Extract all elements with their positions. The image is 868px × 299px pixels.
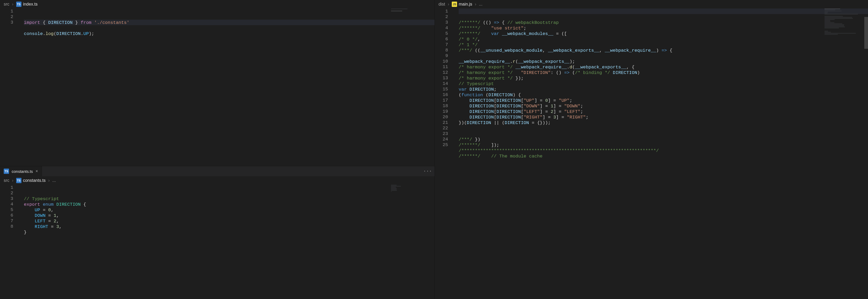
- code-token: {: [499, 20, 507, 25]
- close-icon[interactable]: ×: [35, 169, 38, 174]
- line-number: 17: [435, 98, 448, 103]
- code-line[interactable]: [459, 131, 868, 137]
- code-token: [: [521, 104, 524, 109]
- code-token: './constants': [94, 20, 129, 25]
- code-line[interactable]: DIRECTION[DIRECTION["RIGHT"] = 3] = "RIG…: [459, 114, 868, 120]
- editor-pane-constants-ts: TS constants.ts × ··· src › TS constants…: [0, 166, 435, 299]
- code-token: , {: [626, 65, 635, 70]
- code-token: [: [494, 115, 497, 120]
- line-number: 10: [435, 59, 448, 64]
- chevron-right-icon: ›: [475, 2, 476, 7]
- code-editor[interactable]: 1234567891011121314151617181920212223242…: [435, 8, 868, 299]
- code-line[interactable]: /***/ }): [459, 137, 868, 142]
- line-number: 16: [435, 92, 448, 98]
- code-token: [513, 65, 516, 70]
- code-line[interactable]: /******/ ]);: [459, 142, 868, 148]
- breadcrumb-folder[interactable]: src: [4, 178, 9, 183]
- line-number: 3: [0, 196, 13, 201]
- code-line[interactable]: DIRECTION[DIRECTION["DOWN"] = 1] = "DOWN…: [459, 103, 868, 109]
- code-token: __webpack_require__: [459, 59, 510, 64]
- code-token: =: [48, 224, 57, 229]
- breadcrumb[interactable]: src › TS constants.ts › ...: [0, 176, 435, 185]
- code-line[interactable]: /***/ ((__unused_webpack_module, __webpa…: [459, 48, 868, 53]
- code-token: ((: [472, 48, 480, 53]
- code-line[interactable]: [24, 235, 435, 241]
- code-line[interactable]: DOWN = 1,: [24, 213, 435, 219]
- code-line[interactable]: }: [24, 230, 435, 235]
- breadcrumb[interactable]: src › TS index.ts: [0, 0, 435, 8]
- code-token: DIRECTION: [469, 87, 494, 92]
- code-line[interactable]: import { DIRECTION } from './constants': [24, 20, 435, 26]
- code-token: DIRECTION: [613, 70, 637, 75]
- code-token: [24, 224, 35, 229]
- code-editor[interactable]: 123 import { DIRECTION } from './constan…: [0, 8, 435, 166]
- line-number: 3: [435, 20, 448, 25]
- code-line[interactable]: [459, 53, 868, 59]
- code-line[interactable]: RIGHT = 3,: [24, 224, 435, 230]
- code-line[interactable]: DIRECTION[DIRECTION["LEFT"] = 2] = "LEFT…: [459, 109, 868, 114]
- code-line[interactable]: (function (DIRECTION) {: [459, 92, 868, 98]
- code-token: ] =: [534, 98, 545, 103]
- breadcrumb-ellipsis[interactable]: ...: [52, 178, 56, 183]
- code-token: (: [54, 31, 56, 36]
- code-token: ): [637, 70, 640, 75]
- code-line[interactable]: [24, 26, 435, 31]
- breadcrumb[interactable]: dist › JS main.js › ...: [435, 0, 868, 8]
- code-line[interactable]: DIRECTION[DIRECTION["UP"] = 0] = "UP";: [459, 98, 868, 103]
- code-line[interactable]: /******/ "use strict";: [459, 26, 868, 31]
- code-line[interactable]: /* harmony export */ "DIRECTION": () => …: [459, 70, 868, 75]
- code-line[interactable]: /* harmony export */ });: [459, 75, 868, 81]
- breadcrumb-file[interactable]: JS main.js: [452, 2, 472, 7]
- code-line[interactable]: /******/ (() => { // webpackBootstrap: [459, 20, 868, 26]
- code-line[interactable]: LEFT = 2,: [24, 219, 435, 224]
- code-token: );: [89, 31, 94, 36]
- code-line[interactable]: /***************************************…: [459, 148, 868, 154]
- breadcrumb-file[interactable]: TS index.ts: [16, 2, 38, 7]
- code-token: );: [569, 59, 575, 64]
- code-token: }: [73, 20, 81, 25]
- code-token: =>: [494, 20, 499, 25]
- code-token: ,: [477, 37, 480, 42]
- breadcrumb-file[interactable]: TS constants.ts: [16, 178, 45, 183]
- code-token: ;: [580, 109, 583, 114]
- code-token: "UP": [524, 98, 534, 103]
- code-token: (: [572, 65, 575, 70]
- code-line[interactable]: console.log(DIRECTION.UP);: [24, 31, 435, 37]
- code-line[interactable]: /******/ var __webpack_modules__ = ([: [459, 31, 868, 37]
- code-line[interactable]: /* 1 */: [459, 42, 868, 48]
- code-token: DIRECTION: [56, 31, 81, 36]
- tab-constants-ts[interactable]: TS constants.ts ×: [0, 166, 42, 176]
- code-token: d: [569, 65, 572, 70]
- more-actions-icon[interactable]: ···: [424, 169, 432, 174]
- breadcrumb-folder[interactable]: src: [4, 2, 9, 7]
- code-line[interactable]: export enum DIRECTION {: [24, 202, 435, 207]
- code-token: "use strict": [491, 26, 523, 31]
- code-token: 2: [551, 109, 553, 114]
- code-token: =: [45, 219, 54, 224]
- code-token: [459, 104, 469, 109]
- code-token: }): [472, 137, 480, 142]
- code-token: .: [510, 59, 513, 64]
- breadcrumb-ellipsis[interactable]: ...: [479, 2, 482, 7]
- code-area[interactable]: import { DIRECTION } from './constants'c…: [24, 8, 435, 166]
- code-line[interactable]: UP = 0,: [24, 207, 435, 213]
- code-token: [: [494, 98, 497, 103]
- code-line[interactable]: __webpack_require__.r(__webpack_exports_…: [459, 59, 868, 64]
- code-line[interactable]: // Typescript: [459, 81, 868, 87]
- code-line[interactable]: /* harmony export */ __webpack_require__…: [459, 64, 868, 70]
- line-gutter: 1234567891011121314151617181920212223242…: [435, 8, 459, 299]
- code-line[interactable]: /******/ // The module cache: [459, 154, 868, 159]
- line-number: 21: [435, 120, 448, 125]
- code-line[interactable]: var DIRECTION;: [459, 87, 868, 92]
- line-number: 22: [435, 125, 448, 131]
- code-token: DIRECTION: [497, 115, 521, 120]
- breadcrumb-folder[interactable]: dist: [438, 2, 445, 7]
- code-area[interactable]: // Typescriptexport enum DIRECTION { UP …: [24, 185, 435, 299]
- code-area[interactable]: /******/ (() => { // webpackBootstrap/**…: [459, 8, 868, 299]
- code-line[interactable]: // Typescript: [24, 196, 435, 202]
- code-line[interactable]: [459, 126, 868, 131]
- code-token: "DIRECTION": [521, 70, 551, 75]
- code-editor[interactable]: 12345678 // Typescriptexport enum DIRECT…: [0, 185, 435, 299]
- code-line[interactable]: /* 0 */,: [459, 37, 868, 42]
- code-line[interactable]: })(DIRECTION || (DIRECTION = {}));: [459, 120, 868, 126]
